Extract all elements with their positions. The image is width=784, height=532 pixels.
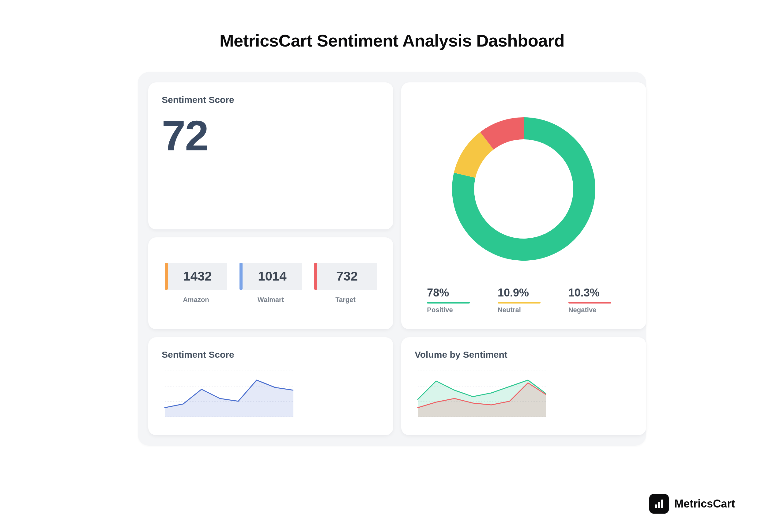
legend-value: 10.3% — [568, 286, 620, 302]
brand-name: MetricsCart — [674, 497, 735, 510]
legend-value: 10.9% — [498, 286, 550, 302]
legend-item-positive: 78%Positive — [427, 286, 479, 314]
card-title: Volume by Sentiment — [415, 349, 633, 360]
svg-rect-12 — [658, 502, 660, 508]
retailer-value: 1014 — [243, 263, 302, 290]
legend-color-line — [427, 302, 470, 304]
svg-marker-4 — [165, 380, 293, 417]
retailer-color-bar — [165, 263, 168, 290]
legend-label: Neutral — [498, 306, 550, 314]
svg-rect-13 — [661, 500, 663, 508]
page-title: MetricsCart Sentiment Analysis Dashboard — [220, 31, 564, 51]
legend-value: 78% — [427, 286, 479, 302]
retailer-label: Target — [335, 296, 356, 304]
legend-label: Positive — [427, 306, 479, 314]
brand-bars-icon — [649, 494, 669, 514]
donut-chart — [441, 106, 606, 272]
legend-color-line — [568, 302, 611, 304]
legend-color-line — [498, 302, 540, 304]
retailer-label: Amazon — [183, 296, 209, 304]
legend-label: Negative — [568, 306, 620, 314]
sentiment-score-value: 72 — [162, 114, 380, 157]
retailer-item: 1014Walmart — [240, 263, 302, 304]
retailer-value: 1432 — [168, 263, 227, 290]
retailer-item: 732Target — [314, 263, 377, 304]
retailer-item: 1432Amazon — [165, 263, 227, 304]
retailer-value: 732 — [317, 263, 377, 290]
card-title: Sentiment Score — [162, 349, 380, 360]
dashboard-board: Sentiment Score 72 78%Positive10.9%Neutr… — [138, 72, 646, 446]
sentiment-score-card: Sentiment Score 72 — [148, 82, 393, 229]
volume-by-sentiment-chart — [415, 368, 547, 420]
brand-badge: MetricsCart — [649, 494, 735, 514]
retailer-label: Walmart — [257, 296, 284, 304]
sentiment-donut-card: 78%Positive10.9%Neutral10.3%Negative — [401, 82, 646, 329]
legend-item-negative: 10.3%Negative — [568, 286, 620, 314]
sentiment-score-line-chart — [162, 368, 293, 420]
svg-rect-11 — [655, 504, 657, 508]
retailer-color-bar — [314, 263, 317, 290]
card-title: Sentiment Score — [162, 95, 380, 105]
retailers-card: 1432Amazon1014Walmart732Target — [148, 237, 393, 329]
volume-by-sentiment-card: Volume by Sentiment — [401, 337, 646, 435]
legend-item-neutral: 10.9%Neutral — [498, 286, 550, 314]
sentiment-score-line-card: Sentiment Score — [148, 337, 393, 435]
retailer-color-bar — [240, 263, 243, 290]
